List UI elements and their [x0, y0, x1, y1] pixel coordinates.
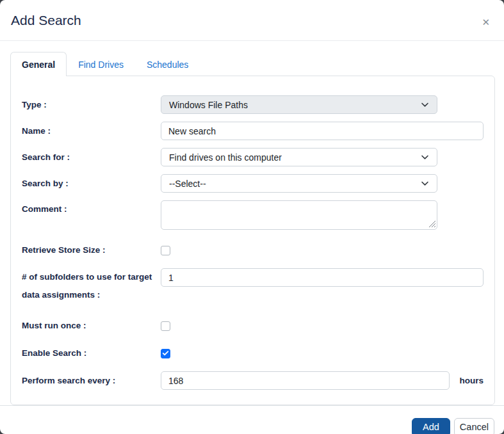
add-search-dialog: Add Search ✕ General Find Drives Schedul… [0, 0, 504, 434]
dialog-footer: Add Cancel [0, 405, 504, 434]
chevron-down-icon [421, 153, 429, 161]
name-row: Name : [22, 122, 484, 140]
search-by-row: Search by : --Select-- [22, 174, 484, 193]
comment-textarea[interactable] [161, 200, 437, 230]
retrieve-store-size-checkbox[interactable] [161, 246, 170, 255]
tab-find-drives[interactable]: Find Drives [67, 52, 135, 76]
dialog-title: Add Search [11, 12, 81, 29]
perform-search-every-label: Perform search every : [22, 372, 161, 390]
type-row: Type : Windows File Paths [22, 95, 484, 114]
comment-label: Comment : [22, 200, 161, 218]
subfolders-row: # of subfolders to use for target data a… [22, 268, 484, 304]
name-input[interactable] [161, 122, 484, 140]
perform-search-every-input[interactable] [161, 371, 450, 390]
add-button[interactable]: Add [412, 418, 450, 434]
enable-search-row: Enable Search : [22, 344, 484, 362]
search-for-label: Search for : [22, 149, 161, 166]
search-for-select[interactable]: Find drives on this computer [161, 148, 437, 166]
type-label: Type : [22, 96, 161, 114]
enable-search-label: Enable Search : [22, 344, 161, 362]
retrieve-store-size-row: Retrieve Store Size : [22, 241, 484, 259]
tab-general[interactable]: General [10, 52, 67, 76]
type-select-value: Windows File Paths [169, 100, 248, 110]
dialog-header: Add Search ✕ [0, 0, 504, 41]
search-by-select[interactable]: --Select-- [161, 174, 437, 193]
close-icon[interactable]: ✕ [478, 13, 494, 31]
perform-search-every-row: Perform search every : hours [22, 371, 484, 390]
must-run-once-checkbox[interactable] [161, 321, 170, 331]
chevron-down-icon [421, 100, 429, 109]
hours-suffix-label: hours [459, 376, 484, 385]
retrieve-store-size-label: Retrieve Store Size : [22, 241, 161, 259]
checkmark-icon [162, 348, 169, 359]
must-run-once-row: Must run once : [22, 317, 484, 335]
enable-search-checkbox[interactable] [161, 349, 170, 358]
subfolders-label: # of subfolders to use for target data a… [22, 268, 161, 304]
tab-bar: General Find Drives Schedules [10, 52, 495, 76]
type-select[interactable]: Windows File Paths [161, 95, 437, 114]
comment-field-wrap [161, 200, 437, 230]
search-for-row: Search for : Find drives on this compute… [22, 148, 484, 166]
subfolders-input[interactable] [161, 268, 484, 287]
tab-schedules[interactable]: Schedules [135, 52, 200, 76]
tab-panel-general: Type : Windows File Paths Name : Search … [10, 76, 495, 405]
name-label: Name : [22, 122, 161, 140]
search-by-select-value: --Select-- [169, 179, 206, 189]
search-by-label: Search by : [22, 175, 161, 193]
chevron-down-icon [421, 179, 429, 188]
must-run-once-label: Must run once : [22, 317, 161, 335]
search-for-select-value: Find drives on this computer [169, 152, 282, 163]
comment-row: Comment : [22, 200, 484, 230]
dialog-body: General Find Drives Schedules Type : Win… [0, 41, 504, 405]
cancel-button[interactable]: Cancel [454, 418, 494, 434]
